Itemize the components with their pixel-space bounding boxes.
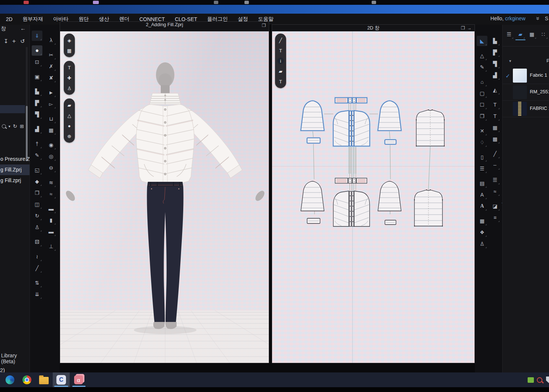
viewport-3d[interactable]: ◈▦ T✚♙ ▰△●⊕: [60, 31, 269, 363]
light-icon[interactable]: △: [65, 111, 74, 120]
shirt-hand-icon[interactable]: T: [490, 111, 500, 121]
trace-icon[interactable]: ♢: [477, 137, 487, 148]
download-icon[interactable]: ↧: [4, 38, 8, 45]
back-arrow-icon[interactable]: ←: [20, 25, 26, 31]
pin-icon[interactable]: †: [32, 139, 42, 149]
dashed-seam-icon[interactable]: ┄: [490, 160, 500, 170]
menu-2d[interactable]: 2D: [6, 16, 13, 22]
sew-2d-icon[interactable]: ▙: [490, 36, 500, 46]
file-item[interactable]: g Fill.zprj: [0, 175, 29, 186]
dock-arrow-icon[interactable]: →: [467, 25, 472, 31]
check-icon[interactable]: ✓: [505, 73, 510, 79]
double-chevron-icon[interactable]: »: [534, 17, 541, 20]
rotate-piece-icon[interactable]: ↻: [32, 211, 42, 221]
file-explorer-icon[interactable]: [38, 374, 49, 385]
zipper-icon[interactable]: ≋: [46, 177, 56, 188]
account-greeting[interactable]: Hello, crkginew: [490, 15, 525, 21]
garment-cut-icon[interactable]: ✂: [46, 50, 56, 60]
binding-icon[interactable]: ▬: [46, 204, 56, 214]
buttonhole-icon[interactable]: ⊖: [46, 163, 56, 173]
paste-pattern-icon[interactable]: ❐: [477, 111, 487, 121]
piping-icon[interactable]: ▬: [46, 226, 56, 237]
garment-move-icon[interactable]: ►: [46, 87, 56, 98]
library-selected-row[interactable]: [0, 105, 25, 113]
clo-app-active-cell[interactable]: C: [53, 372, 70, 387]
scene-list-icon[interactable]: ☰: [504, 29, 514, 39]
quilt-shirt-icon[interactable]: ▦: [490, 122, 500, 133]
fabric-list-expander[interactable]: ▾: [509, 59, 511, 63]
ruler-icon[interactable]: ╱: [32, 263, 42, 273]
refresh-icon[interactable]: ↻: [13, 123, 17, 129]
marquee-icon[interactable]: ☐: [477, 100, 487, 110]
chrome-icon[interactable]: [21, 374, 32, 385]
fabric-row[interactable]: FABRIC 1: [503, 101, 549, 117]
grading-icon[interactable]: ▦: [477, 216, 487, 226]
globe-icon[interactable]: ⊕: [65, 131, 74, 141]
iron-icon[interactable]: ◭: [490, 85, 500, 95]
sew-free-2d-icon[interactable]: ▜: [490, 59, 500, 69]
zip-down-icon[interactable]: ⇊: [32, 289, 42, 299]
fabric-swatch[interactable]: [513, 69, 527, 83]
zip-up-icon[interactable]: ⇅: [32, 278, 42, 288]
patch-icon[interactable]: ◪: [490, 201, 500, 211]
select-mesh-icon[interactable]: ▣: [32, 72, 42, 82]
shirring-icon[interactable]: ≈: [490, 186, 500, 197]
rivet-icon[interactable]: ⊥: [46, 241, 56, 251]
undo-icon[interactable]: ↺: [20, 38, 25, 45]
polygon-pattern-icon[interactable]: ⌂: [477, 77, 487, 87]
transform-2d-icon[interactable]: △: [477, 51, 487, 61]
trims-tab-icon[interactable]: ∷: [538, 29, 548, 39]
file-item[interactable]: o Pressure.Zp: [0, 154, 29, 164]
quilt-2d-icon[interactable]: ❖: [477, 227, 487, 237]
zipper-2d-icon[interactable]: ☰: [477, 163, 487, 174]
library-scrollbar[interactable]: [26, 47, 28, 154]
popout-window-icon[interactable]: ❐: [461, 25, 465, 31]
elastic-icon[interactable]: ☰: [490, 175, 500, 185]
sew-auto-icon[interactable]: ▜: [32, 109, 42, 119]
simulate-icon[interactable]: ⇓: [32, 31, 42, 41]
drape-avatar-icon[interactable]: ♙: [32, 222, 42, 232]
mesh-garment-icon[interactable]: ▦: [46, 125, 56, 135]
jacket-solidify-icon[interactable]: ◆: [32, 176, 42, 187]
fabric-swatch[interactable]: [513, 85, 527, 99]
edit-curve-icon[interactable]: ✎: [477, 62, 487, 72]
garment-remove-icon[interactable]: ✗: [46, 61, 56, 72]
show-garment-icon[interactable]: T: [65, 63, 74, 72]
shirt-2d-icon[interactable]: T: [490, 100, 500, 110]
select-2d-icon[interactable]: ◣: [477, 36, 487, 46]
fabric-swatch[interactable]: [513, 102, 527, 116]
text-style-icon[interactable]: A: [477, 201, 487, 211]
garment-move-alt-icon[interactable]: ▻: [46, 99, 56, 109]
closet-app-icon[interactable]: α: [73, 374, 84, 385]
username[interactable]: crkginew: [505, 15, 525, 21]
flatten-icon[interactable]: ◫: [32, 199, 42, 209]
walk-avatar-icon[interactable]: λ: [46, 35, 56, 45]
menu-subsidiary-materials[interactable]: 원부자재: [22, 16, 43, 22]
fabric-2d-icon[interactable]: ▰: [276, 66, 285, 76]
clo-app-icon[interactable]: C: [56, 374, 67, 385]
tape-measure-icon[interactable]: ≀: [32, 251, 42, 262]
select-move-icon[interactable]: ●: [32, 45, 42, 56]
pin-brush-icon[interactable]: ✚: [65, 73, 74, 83]
garment-delete-icon[interactable]: ✘: [46, 73, 56, 83]
textured-garment-icon[interactable]: ▦: [65, 46, 74, 55]
stylus-icon[interactable]: ╱: [276, 35, 285, 45]
quilt-shirt-alt-icon[interactable]: ▩: [490, 134, 500, 144]
fabric-tab-icon[interactable]: ▰: [515, 29, 525, 40]
zipper-spring-icon[interactable]: ≈: [46, 189, 56, 199]
add-icon[interactable]: +: [12, 38, 16, 45]
sew-free-icon[interactable]: ▛: [32, 98, 42, 108]
clone-layer-icon[interactable]: ❐: [32, 188, 42, 198]
tape-2d-icon[interactable]: ▤: [477, 178, 487, 188]
rect-pattern-icon[interactable]: ▢: [477, 88, 487, 98]
file-item-selected[interactable]: g Fill.Zprj: [0, 164, 29, 175]
garment-3d-jeans[interactable]: [147, 182, 183, 323]
fabric-row[interactable]: ✓ Fabric 1: [503, 67, 549, 84]
grid-view-icon[interactable]: ⊞: [20, 124, 24, 129]
unfold-arrangement-icon[interactable]: ◱: [32, 165, 42, 175]
transform-pattern-icon[interactable]: ⊡: [32, 57, 42, 67]
scrollbar-thumb[interactable]: [26, 106, 28, 161]
avatar-head-icon[interactable]: ●: [65, 121, 74, 131]
library-beta-label[interactable]: Library (Beta): [1, 353, 29, 364]
fabric-3d-icon[interactable]: ▰: [65, 100, 74, 110]
